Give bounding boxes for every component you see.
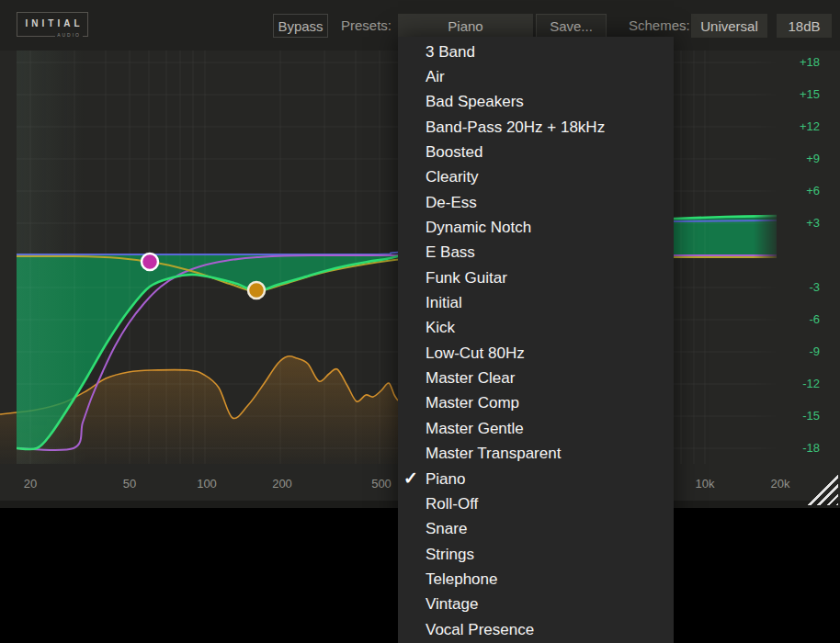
db-tick: +12 bbox=[783, 119, 820, 133]
freq-tick: 20k bbox=[771, 477, 790, 491]
menu-item-piano-selected[interactable]: ✓Piano bbox=[398, 467, 674, 491]
menu-item-kick[interactable]: Kick bbox=[398, 316, 674, 341]
db-tick: -3 bbox=[783, 280, 820, 294]
menu-item-initial[interactable]: Initial bbox=[398, 290, 674, 315]
db-tick: -18 bbox=[783, 441, 820, 455]
menu-item-master-transparent[interactable]: Master Transparent bbox=[398, 442, 674, 467]
menu-item-master-gentle[interactable]: Master Gentle bbox=[398, 416, 674, 441]
db-tick: +6 bbox=[783, 184, 820, 197]
freq-tick: 500 bbox=[371, 477, 392, 491]
db-tick: -15 bbox=[783, 409, 820, 423]
menu-item-dynamic-notch[interactable]: Dynamic Notch bbox=[398, 215, 674, 240]
menu-item-3-band[interactable]: 3 Band bbox=[398, 39, 674, 64]
menu-item-snare[interactable]: Snare bbox=[398, 517, 674, 542]
menu-item-e-bass[interactable]: E Bass bbox=[398, 241, 674, 265]
menu-item-strings[interactable]: Strings bbox=[398, 542, 674, 567]
menu-item-boosted[interactable]: Boosted bbox=[398, 140, 674, 164]
left-haze bbox=[17, 51, 87, 464]
preset-menu: 3 Band Air Bad Speakers Band-Pass 20Hz +… bbox=[398, 37, 674, 643]
logo-text: INITIAL bbox=[17, 18, 87, 28]
menu-item-master-clear[interactable]: Master Clear bbox=[398, 366, 674, 390]
menu-item-telephone[interactable]: Telephone bbox=[398, 567, 674, 592]
db-tick: +18 bbox=[783, 55, 820, 69]
save-button[interactable]: Save... bbox=[536, 14, 607, 38]
db-tick: +3 bbox=[783, 216, 820, 230]
presets-label: Presets: bbox=[341, 17, 392, 33]
logo-subtext: AUDIO bbox=[55, 32, 83, 38]
menu-item-funk-guitar[interactable]: Funk Guitar bbox=[398, 265, 674, 290]
db-tick: +9 bbox=[783, 152, 820, 165]
db-tick: -6 bbox=[783, 312, 820, 326]
freq-tick: 200 bbox=[272, 477, 292, 491]
menu-item-vintage[interactable]: Vintage bbox=[398, 592, 674, 617]
eq-node-highpass[interactable] bbox=[142, 254, 158, 270]
freq-tick: 50 bbox=[123, 477, 136, 491]
initial-audio-logo: INITIAL AUDIO bbox=[17, 12, 88, 37]
menu-item-air[interactable]: Air bbox=[398, 64, 674, 89]
menu-item-master-comp[interactable]: Master Comp bbox=[398, 391, 674, 416]
db-tick: -9 bbox=[783, 344, 820, 358]
eq-node-bell[interactable] bbox=[248, 282, 265, 299]
check-icon: ✓ bbox=[403, 468, 424, 489]
screen: INITIAL AUDIO Bypass Presets: Piano Save… bbox=[0, 0, 840, 643]
schemes-label: Schemes: bbox=[629, 17, 690, 33]
menu-item-roll-off[interactable]: Roll-Off bbox=[398, 491, 674, 516]
menu-item-bad-speakers[interactable]: Bad Speakers bbox=[398, 90, 674, 115]
freq-tick: 10k bbox=[696, 477, 715, 491]
menu-item-vocal-presence[interactable]: Vocal Presence bbox=[398, 617, 674, 642]
preset-select[interactable]: Piano bbox=[398, 14, 533, 38]
db-range-button[interactable]: 18dB bbox=[777, 14, 832, 38]
freq-tick: 100 bbox=[197, 477, 217, 491]
menu-item-band-pass[interactable]: Band-Pass 20Hz + 18kHz bbox=[398, 115, 674, 140]
menu-item-low-cut-80hz[interactable]: Low-Cut 80Hz bbox=[398, 341, 674, 366]
freq-tick: 20 bbox=[24, 477, 37, 491]
bypass-button[interactable]: Bypass bbox=[273, 14, 328, 38]
db-tick: -12 bbox=[783, 377, 820, 390]
menu-item-clearity[interactable]: Clearity bbox=[398, 165, 674, 190]
db-tick: +15 bbox=[783, 87, 820, 101]
scheme-select[interactable]: Universal bbox=[691, 14, 767, 38]
menu-item-de-ess[interactable]: De-Ess bbox=[398, 190, 674, 215]
